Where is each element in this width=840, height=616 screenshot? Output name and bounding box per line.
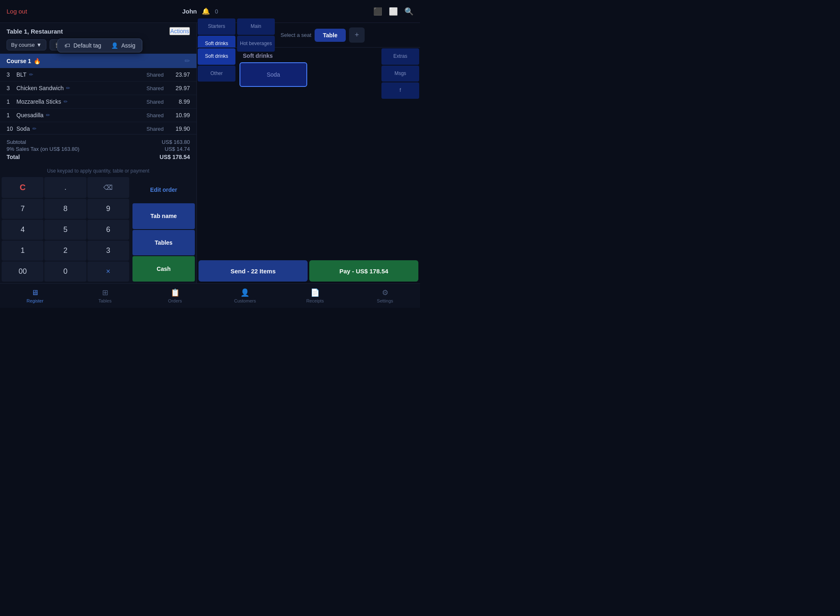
send-button[interactable]: Send - 22 Items: [199, 260, 308, 282]
table-title: Table 1, Restaurant: [7, 28, 63, 35]
assign-icon: 👤: [111, 42, 118, 49]
right-middle: Soft drinks Other Soft drinks Soda Extra…: [197, 48, 420, 259]
soft-drinks-side-tab[interactable]: Soft drinks: [198, 48, 235, 65]
header-right: ⬛ ⬜ 🔍: [373, 7, 413, 16]
num-5-button[interactable]: 5: [44, 220, 86, 240]
items-grid: Soda: [240, 62, 377, 87]
extras-tab[interactable]: Extras: [381, 48, 419, 65]
table-row: 3 BLT ✏ Shared 23.97: [0, 68, 196, 82]
tag-label: Default tag: [73, 42, 101, 49]
settings-icon: ⚙: [382, 288, 388, 297]
order-controls: By course ▼ 🍴 10 🏷 Default tag 👤 Assig: [0, 38, 196, 54]
right-panel: Starters Soft drinks Main Hot beverages …: [197, 23, 420, 283]
msgs-tab[interactable]: Msgs: [381, 66, 419, 82]
num-0-button[interactable]: 0: [44, 261, 86, 282]
num-4-button[interactable]: 4: [2, 220, 43, 240]
monitor-icon[interactable]: ⬛: [373, 7, 382, 16]
seat-selector: Select a seat Table +: [276, 24, 420, 46]
nav-customers[interactable]: 👤 Customers: [210, 284, 280, 308]
other-tab[interactable]: Other: [198, 66, 235, 82]
receipts-label: Receipts: [306, 298, 324, 303]
nav-register[interactable]: 🖥 Register: [0, 284, 70, 308]
customers-icon: 👤: [240, 288, 249, 297]
dropdown-arrow-icon: ▼: [37, 42, 42, 48]
clear-button[interactable]: C: [2, 177, 43, 198]
tables-button[interactable]: Tables: [132, 230, 195, 255]
soda-item-card[interactable]: Soda: [240, 62, 307, 87]
course-header: Course 1 🔥 ✏: [0, 54, 196, 68]
num-6-button[interactable]: 6: [87, 220, 129, 240]
subtotal-label: Subtotal: [7, 139, 26, 145]
main-layout: Table 1, Restaurant Actions By course ▼ …: [0, 23, 420, 283]
actions-button[interactable]: Actions: [169, 27, 190, 35]
cash-button[interactable]: Cash: [132, 256, 195, 282]
header-left: Log out: [7, 8, 27, 15]
keypad-hint: Use keypad to apply quantity, table or p…: [0, 165, 196, 175]
tax-row: 9% Sales Tax (on US$ 163.80) US$ 14.74: [7, 145, 190, 152]
total-label: Total: [7, 154, 20, 160]
table-row: 1 Quesadilla ✏ Shared 10.99: [0, 109, 196, 122]
nav-receipts[interactable]: 📄 Receipts: [280, 284, 350, 308]
course-title: Course 1 🔥: [7, 58, 41, 64]
total-value: US$ 178.54: [160, 154, 190, 160]
subtotal-row: Subtotal US$ 163.80: [7, 139, 190, 145]
edit-item-icon[interactable]: ✏: [29, 72, 33, 77]
times-button[interactable]: ×: [87, 261, 129, 282]
nav-orders[interactable]: 📋 Orders: [140, 284, 210, 308]
tab-name-button[interactable]: Tab name: [132, 203, 195, 229]
flame-icon: 🔥: [34, 58, 41, 64]
bell-icon: 🔔: [202, 7, 210, 15]
num-7-button[interactable]: 7: [2, 199, 43, 219]
num-8-button[interactable]: 8: [44, 199, 86, 219]
register-label: Register: [27, 298, 43, 303]
table-row: 10 Soda ✏ Shared 19.90: [0, 122, 196, 134]
user-name: John: [182, 8, 197, 15]
starters-tab[interactable]: Starters: [198, 18, 235, 35]
num-1-button[interactable]: 1: [2, 241, 43, 261]
table-row: 1 Mozzarella Sticks ✏ Shared 8.99: [0, 95, 196, 109]
edit-course-icon[interactable]: ✏: [185, 57, 190, 65]
tables-nav-label: Tables: [98, 298, 112, 303]
by-course-select[interactable]: By course ▼: [7, 39, 46, 50]
by-course-label: By course: [11, 42, 35, 48]
orders-label: Orders: [168, 298, 182, 303]
tax-value: US$ 14.74: [165, 146, 190, 152]
edit-item-icon[interactable]: ✏: [64, 99, 68, 105]
edit-item-icon[interactable]: ✏: [32, 126, 37, 132]
register-icon: 🖥: [31, 289, 39, 297]
main-tab[interactable]: Main: [237, 18, 275, 35]
left-vertical-tabs: Soft drinks Other: [197, 48, 236, 259]
edit-order-button[interactable]: Edit order: [132, 177, 195, 202]
num-3-button[interactable]: 3: [87, 241, 129, 261]
dot-button[interactable]: .: [44, 177, 86, 198]
edit-item-icon[interactable]: ✏: [46, 112, 50, 118]
table-seat-button[interactable]: Table: [315, 29, 346, 42]
nav-settings[interactable]: ⚙ Settings: [350, 284, 420, 308]
seat-label: Select a seat: [281, 32, 311, 38]
bottom-nav: 🖥 Register ⊞ Tables 📋 Orders 👤 Customers…: [0, 283, 420, 308]
bottom-action-bar: Send - 22 Items Pay - US$ 178.54: [197, 259, 420, 283]
f-tab[interactable]: f: [381, 82, 419, 99]
search-icon[interactable]: 🔍: [404, 7, 413, 16]
right-header-row: Starters Soft drinks Main Hot beverages …: [197, 23, 420, 48]
table-header: Table 1, Restaurant Actions: [0, 23, 196, 38]
settings-label: Settings: [377, 298, 393, 303]
left-panel: Table 1, Restaurant Actions By course ▼ …: [0, 23, 197, 283]
order-items-list: 3 BLT ✏ Shared 23.97 3 Chicken Sandwich …: [0, 68, 196, 134]
num-00-button[interactable]: 00: [2, 261, 43, 282]
menu-content-area: Soft drinks Soda: [236, 48, 381, 259]
expand-icon[interactable]: ⬜: [389, 7, 398, 16]
pay-button[interactable]: Pay - US$ 178.54: [309, 260, 418, 282]
keypad-area: C . ⌫ 7 8 9 4 5 6 1 2 3 00 0 × Edit orde…: [0, 175, 196, 283]
nav-tables[interactable]: ⊞ Tables: [70, 284, 140, 308]
delete-button[interactable]: ⌫: [87, 177, 129, 198]
menu-section-title: Soft drinks: [240, 51, 377, 62]
edit-item-icon[interactable]: ✏: [66, 85, 70, 91]
num-2-button[interactable]: 2: [44, 241, 86, 261]
add-seat-button[interactable]: +: [349, 27, 365, 43]
receipts-icon: 📄: [310, 288, 320, 297]
logout-button[interactable]: Log out: [7, 8, 27, 15]
assign-label: Assig: [121, 42, 135, 49]
right-vertical-tabs: Extras Msgs f: [381, 48, 420, 259]
num-9-button[interactable]: 9: [87, 199, 129, 219]
